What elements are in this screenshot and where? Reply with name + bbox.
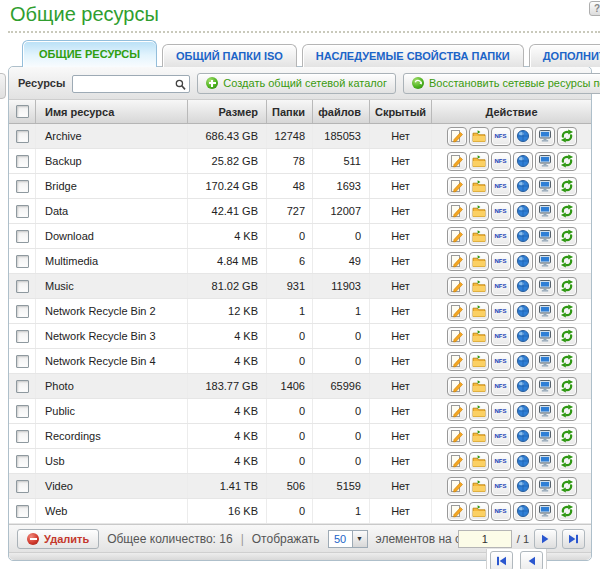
tab-4[interactable]: ДОПОЛНИТЕЛЬНЫЕ НАСТРОЙКИ [529,44,600,67]
edit-icon[interactable] [447,452,467,471]
refresh-icon[interactable] [557,202,577,221]
web-icon[interactable] [513,202,533,221]
row-checkbox[interactable] [16,205,29,218]
edit-icon[interactable] [447,327,467,346]
edit-icon[interactable] [447,177,467,196]
edit-icon[interactable] [447,377,467,396]
web-icon[interactable] [513,427,533,446]
refresh-icon[interactable] [557,427,577,446]
nfs-icon[interactable]: NFS [491,377,511,396]
edit-icon[interactable] [447,152,467,171]
edit-icon[interactable] [447,427,467,446]
share-folder-icon[interactable] [469,452,489,471]
header-folders[interactable]: Папки [267,100,313,123]
computer-icon[interactable] [535,302,555,321]
next-page-button[interactable] [534,529,557,549]
share-folder-icon[interactable] [469,227,489,246]
refresh-icon[interactable] [557,402,577,421]
refresh-icon[interactable] [557,277,577,296]
nfs-icon[interactable]: NFS [491,402,511,421]
nfs-icon[interactable]: NFS [491,352,511,371]
computer-icon[interactable] [535,402,555,421]
nfs-icon[interactable]: NFS [491,502,511,521]
refresh-icon[interactable] [557,252,577,271]
computer-icon[interactable] [535,277,555,296]
page-number-input[interactable] [458,530,512,548]
tab-3[interactable]: НАСЛЕДУЕМЫЕ СВОЙСТВА ПАПКИ [302,44,524,67]
web-icon[interactable] [513,252,533,271]
restore-defaults-button[interactable]: Восстановить сетевые ресурсы по умолчани… [403,73,600,94]
share-folder-icon[interactable] [469,252,489,271]
header-hidden[interactable]: Скрытый [370,100,432,123]
row-checkbox[interactable] [16,255,29,268]
row-checkbox[interactable] [16,505,29,518]
refresh-icon[interactable] [557,177,577,196]
header-name[interactable]: Имя ресурса [36,100,188,123]
web-icon[interactable] [513,177,533,196]
web-icon[interactable] [513,127,533,146]
web-icon[interactable] [513,327,533,346]
nfs-icon[interactable]: NFS [491,427,511,446]
tab-2[interactable]: ОБЩИЙ ПАПКИ ISO [162,44,297,67]
row-checkbox[interactable] [16,355,29,368]
edit-icon[interactable] [447,252,467,271]
row-checkbox[interactable] [16,180,29,193]
row-checkbox[interactable] [16,305,29,318]
row-checkbox[interactable] [16,130,29,143]
refresh-icon[interactable] [557,502,577,521]
refresh-icon[interactable] [557,127,577,146]
edit-icon[interactable] [447,202,467,221]
share-folder-icon[interactable] [469,302,489,321]
computer-icon[interactable] [535,252,555,271]
computer-icon[interactable] [535,502,555,521]
share-folder-icon[interactable] [469,152,489,171]
share-folder-icon[interactable] [469,327,489,346]
refresh-icon[interactable] [557,452,577,471]
refresh-icon[interactable] [557,152,577,171]
nfs-icon[interactable]: NFS [491,152,511,171]
web-icon[interactable] [513,502,533,521]
web-icon[interactable] [513,377,533,396]
nfs-icon[interactable]: NFS [491,177,511,196]
share-folder-icon[interactable] [469,377,489,396]
computer-icon[interactable] [535,152,555,171]
tab-1[interactable]: ОБЩИЕ РЕСУРСЫ [22,40,157,67]
nfs-icon[interactable]: NFS [491,277,511,296]
row-checkbox[interactable] [16,480,29,493]
edit-icon[interactable] [447,502,467,521]
edit-icon[interactable] [447,402,467,421]
computer-icon[interactable] [535,177,555,196]
nfs-icon[interactable]: NFS [491,302,511,321]
web-icon[interactable] [513,402,533,421]
nfs-icon[interactable]: NFS [491,252,511,271]
row-checkbox[interactable] [16,280,29,293]
computer-icon[interactable] [535,427,555,446]
computer-icon[interactable] [535,377,555,396]
nfs-icon[interactable]: NFS [491,127,511,146]
web-icon[interactable] [513,477,533,496]
search-icon[interactable] [175,77,186,95]
computer-icon[interactable] [535,327,555,346]
computer-icon[interactable] [535,452,555,471]
row-checkbox[interactable] [16,405,29,418]
refresh-icon[interactable] [557,352,577,371]
row-checkbox[interactable] [16,230,29,243]
nfs-icon[interactable]: NFS [491,327,511,346]
header-size[interactable]: Размер [188,100,267,123]
create-share-button[interactable]: Создать общий сетевой каталог [197,73,396,94]
nfs-icon[interactable]: NFS [491,477,511,496]
computer-icon[interactable] [535,352,555,371]
share-folder-icon[interactable] [469,427,489,446]
row-checkbox[interactable] [16,155,29,168]
computer-icon[interactable] [535,127,555,146]
share-folder-icon[interactable] [469,127,489,146]
web-icon[interactable] [513,452,533,471]
edit-icon[interactable] [447,227,467,246]
nfs-icon[interactable]: NFS [491,202,511,221]
select-all-checkbox[interactable] [16,105,29,118]
web-icon[interactable] [513,302,533,321]
header-files[interactable]: файлов [313,100,370,123]
web-icon[interactable] [513,277,533,296]
refresh-icon[interactable] [557,477,577,496]
last-page-button[interactable] [562,529,585,549]
